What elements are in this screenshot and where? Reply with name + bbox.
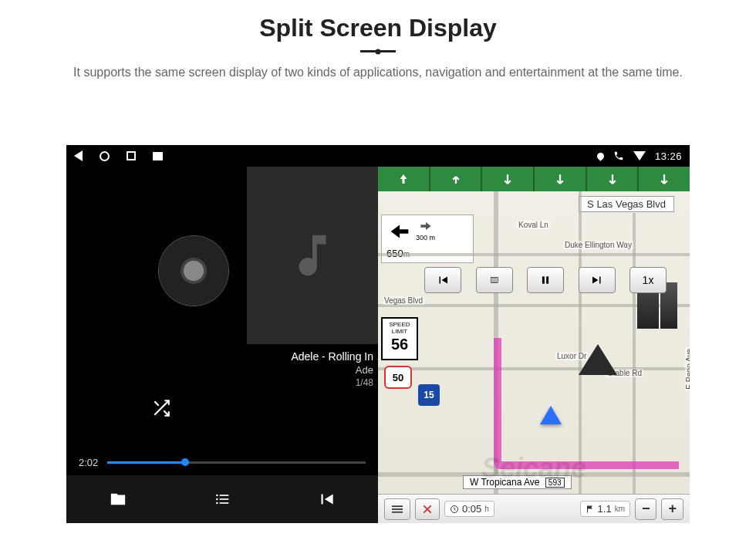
lane-arrow (535, 167, 587, 191)
turn-right-next-icon (418, 218, 434, 234)
distance-field: 1.1km (580, 501, 630, 517)
stop-nav-button[interactable] (415, 498, 440, 520)
next-turn-distance: 300 m (416, 234, 435, 241)
location-icon (596, 151, 606, 161)
turn-left-icon (386, 218, 413, 245)
svg-rect-5 (220, 502, 229, 504)
flag-icon (586, 505, 595, 514)
previous-button[interactable] (311, 484, 342, 515)
road-label: Vegas Blvd (383, 296, 424, 305)
screenshot-icon[interactable] (153, 152, 163, 160)
svg-rect-3 (220, 498, 229, 500)
page-title: Split Screen Display (0, 14, 756, 42)
navigation-pane: S Las Vegas Blvd 300 m 650m (378, 167, 690, 523)
android-statusbar: 13:26 (66, 145, 690, 167)
svg-point-0 (216, 495, 218, 497)
current-street-banner: S Las Vegas Blvd (579, 196, 674, 212)
speed-limit-sign: SPEED LIMIT 56 (381, 317, 418, 360)
phone-icon (613, 150, 624, 161)
svg-rect-1 (220, 495, 229, 496)
lane-arrow (587, 167, 640, 191)
svg-point-4 (216, 502, 218, 505)
home-icon[interactable] (100, 151, 110, 161)
map-playback-controls: 1x (424, 267, 667, 293)
album-art-placeholder (247, 167, 378, 344)
progress-row: 2:02 (66, 449, 378, 475)
svg-rect-10 (392, 508, 403, 510)
lane-arrow (430, 167, 483, 191)
zoom-in-button[interactable]: + (661, 498, 683, 520)
track-title: Adele - Rolling In (291, 350, 373, 363)
road-label: Duke Ellington Way (563, 241, 633, 249)
seek-thumb[interactable] (181, 458, 189, 466)
music-bottom-bar (66, 475, 378, 523)
skip-back-button[interactable] (424, 267, 461, 293)
road-label: Koval Ln (517, 221, 550, 229)
lane-guidance-bar (378, 167, 690, 191)
nav-bottom-bar: 0:05h 1.1km − + (378, 494, 690, 523)
music-pane: Adele - Rolling In Ade 1/48 2:02 (66, 167, 378, 523)
page-subtitle: It supports the same screen display of t… (39, 63, 717, 82)
shuffle-button[interactable] (151, 398, 171, 421)
open-folder-button[interactable] (103, 484, 133, 515)
svg-rect-13 (587, 505, 588, 512)
lane-arrow (482, 167, 535, 191)
route-shield: 50 (384, 366, 412, 389)
elapsed-time: 2:02 (79, 457, 98, 468)
svg-rect-8 (546, 276, 548, 283)
vehicle-marker (540, 406, 562, 424)
track-artist: Ade (291, 364, 373, 376)
road-label: E Reno Ave (685, 347, 690, 391)
eta-field: 0:05h (444, 501, 494, 517)
clock-icon (450, 505, 459, 514)
lane-arrow (639, 167, 690, 191)
zoom-out-button[interactable]: − (635, 498, 657, 520)
playlist-button[interactable] (207, 484, 238, 515)
pause-button[interactable] (527, 267, 564, 293)
skip-forward-button[interactable] (579, 267, 616, 293)
clock: 13:26 (655, 150, 682, 162)
interstate-shield: 15 (418, 384, 440, 406)
speed-button[interactable]: 1x (629, 267, 667, 293)
next-street-banner: W Tropicana Ave 593 (463, 475, 572, 489)
device-screenshot: 13:26 Adele - Rolling In Ade 1/48 (66, 145, 690, 523)
rewind-button[interactable] (476, 267, 513, 293)
svg-point-2 (216, 498, 218, 501)
wifi-icon (633, 151, 646, 160)
back-icon[interactable] (74, 150, 83, 161)
recents-icon[interactable] (127, 151, 136, 160)
title-divider (360, 50, 396, 52)
route-line (494, 338, 679, 469)
svg-rect-11 (392, 511, 403, 512)
svg-rect-9 (392, 505, 403, 507)
vinyl-record[interactable] (159, 236, 228, 306)
svg-rect-7 (542, 276, 545, 283)
track-index: 1/48 (291, 377, 373, 388)
lane-arrow (378, 167, 430, 191)
menu-button[interactable] (384, 498, 410, 520)
music-note-icon (285, 228, 339, 282)
exit-number: 593 (545, 478, 565, 488)
seek-bar[interactable] (107, 461, 366, 464)
